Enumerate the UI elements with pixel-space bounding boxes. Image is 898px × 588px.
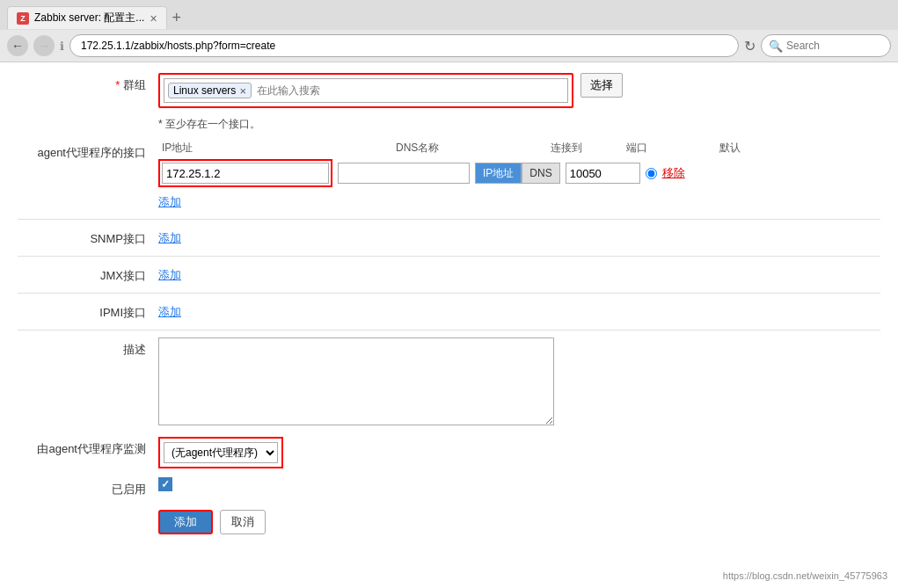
tab-close-button[interactable]: × (150, 12, 157, 25)
search-input[interactable] (786, 40, 883, 52)
address-bar: ← → ℹ ↻ 🔍 (0, 30, 898, 62)
page-content: * 群组 Linux servers × 选择 * 至少存在一个接口。 agen… (0, 62, 898, 588)
col-connect-header: 连接到 (551, 141, 603, 156)
col-dns-header: DNS名称 (396, 141, 528, 156)
ipmi-add-link[interactable]: 添加 (158, 304, 181, 320)
info-button[interactable]: ℹ (60, 40, 64, 53)
snmp-content: 添加 (158, 227, 880, 246)
snmp-label: SNMP接口 (18, 227, 158, 247)
action-buttons-row: 添加 取消 (158, 506, 880, 534)
forward-button[interactable]: → (33, 35, 55, 56)
jmx-add-link[interactable]: 添加 (158, 267, 181, 283)
jmx-label: JMX接口 (18, 264, 158, 284)
connect-dns-button[interactable]: DNS (522, 163, 559, 184)
desc-content (158, 338, 880, 428)
jmx-content: 添加 (158, 264, 880, 283)
monitor-select[interactable]: (无agent代理程序) (164, 442, 278, 463)
agent-interface-row: agent代理程序的接口 IP地址 DNS名称 连接到 端口 默认 IP地址 D… (18, 141, 880, 210)
group-label: * 群组 (18, 73, 158, 93)
watermark: https://blog.csdn.net/weixin_45775963 (723, 570, 887, 581)
col-ip-header: IP地址 (162, 141, 338, 156)
tab-bar: Z Zabbix server: 配置主... × + (0, 0, 898, 30)
col-default-header: 默认 (719, 141, 755, 156)
monitor-content: (无agent代理程序) (158, 437, 880, 468)
search-bar: 🔍 (761, 34, 891, 57)
interface-column-headers: IP地址 DNS名称 连接到 端口 默认 (158, 141, 880, 156)
monitor-label: 由agent代理程序监测 (18, 437, 158, 457)
ipmi-label: IPMI接口 (18, 301, 158, 321)
enabled-checkbox[interactable] (158, 477, 172, 491)
add-button[interactable]: 添加 (158, 510, 213, 534)
ipmi-row: IPMI接口 添加 (18, 293, 880, 321)
ip-field-wrapper (158, 159, 332, 187)
desc-textarea[interactable] (158, 338, 554, 425)
monitor-wrapper: (无agent代理程序) (158, 437, 283, 468)
desc-row: 描述 (18, 330, 880, 428)
connect-group: IP地址 DNS (475, 163, 560, 184)
group-tag-remove[interactable]: × (239, 85, 246, 97)
group-tags-area: Linux servers × (164, 78, 568, 103)
remove-link[interactable]: 移除 (662, 165, 685, 181)
col-port-header: 端口 (626, 141, 705, 156)
browser-chrome: Z Zabbix server: 配置主... × + ← → ℹ ↻ 🔍 (0, 0, 898, 62)
ipmi-content: 添加 (158, 301, 880, 320)
snmp-add-link[interactable]: 添加 (158, 230, 181, 246)
tab-title: Zabbix server: 配置主... (34, 11, 144, 25)
enabled-row: 已启用 (18, 477, 880, 497)
jmx-row: JMX接口 添加 (18, 256, 880, 284)
desc-label: 描述 (18, 338, 158, 358)
snmp-row: SNMP接口 添加 (18, 219, 880, 247)
add-interface-link[interactable]: 添加 (158, 194, 181, 210)
tab-favicon: Z (17, 12, 29, 25)
notice-text: * 至少存在一个接口。 (158, 117, 260, 132)
radio-default (646, 168, 657, 179)
group-tag-label: Linux servers (173, 84, 236, 97)
group-search-input[interactable] (255, 83, 361, 98)
enabled-content (158, 477, 880, 491)
action-buttons: 添加 取消 (158, 510, 266, 534)
port-input[interactable] (566, 163, 640, 184)
ip-input[interactable] (162, 163, 329, 184)
reload-button[interactable]: ↻ (744, 38, 756, 54)
notice-row: * 至少存在一个接口。 (158, 117, 880, 132)
active-tab[interactable]: Z Zabbix server: 配置主... × (7, 6, 167, 29)
default-radio[interactable] (646, 168, 657, 179)
group-field-wrapper: Linux servers × (158, 73, 573, 108)
agent-interface-content: IP地址 DNS名称 连接到 端口 默认 IP地址 DNS (158, 141, 880, 210)
select-button[interactable]: 选择 (580, 73, 623, 98)
agent-interface-label: agent代理程序的接口 (18, 141, 158, 161)
search-icon: 🔍 (769, 40, 783, 53)
url-input[interactable] (69, 34, 739, 57)
back-button[interactable]: ← (7, 35, 28, 56)
new-tab-button[interactable]: + (172, 10, 182, 25)
interface-data-row: IP地址 DNS 移除 (158, 159, 880, 187)
enabled-label: 已启用 (18, 477, 158, 497)
cancel-button[interactable]: 取消 (220, 510, 266, 534)
group-tag: Linux servers × (168, 83, 252, 98)
dns-input[interactable] (338, 163, 470, 184)
group-row: * 群组 Linux servers × 选择 (18, 73, 880, 108)
connect-ip-button[interactable]: IP地址 (475, 163, 522, 184)
monitor-row: 由agent代理程序监测 (无agent代理程序) (18, 437, 880, 468)
